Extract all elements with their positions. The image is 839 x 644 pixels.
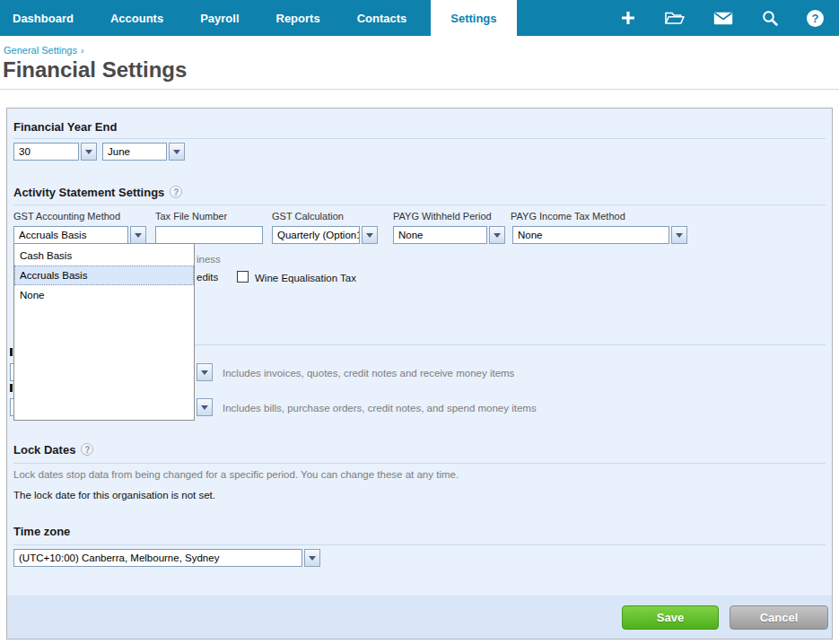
wine-equalisation-tax-label: Wine Equalisation Tax [255, 273, 356, 283]
folder-icon[interactable] [665, 11, 685, 25]
label-gst-calculation: GST Calculation [272, 211, 344, 222]
chevron-down-icon[interactable] [489, 226, 505, 244]
wine-equalisation-tax-checkbox[interactable] [237, 271, 249, 283]
lock-dates-title-text: Lock Dates [13, 443, 75, 457]
gst-accounting-method-value: Accruals Basis [13, 226, 128, 244]
chevron-down-icon[interactable] [362, 226, 378, 244]
help-circle-icon[interactable]: ? [170, 186, 182, 198]
chevron-down-icon[interactable] [130, 226, 146, 244]
payg-withheld-period-value: None [393, 226, 487, 244]
nav-tab-settings[interactable]: Settings [431, 0, 516, 36]
page-title: Financial Settings [3, 57, 187, 83]
mail-icon[interactable] [713, 12, 733, 25]
fye-day-value: 30 [13, 143, 79, 161]
gst-calculation-value: Quarterly (Option1) [272, 226, 360, 244]
purchases-defaults-hint: Includes bills, purchase orders, credit … [223, 403, 537, 413]
payg-income-tax-method-value: None [512, 226, 669, 244]
fye-month-select[interactable]: June [102, 143, 185, 161]
chevron-down-icon[interactable] [671, 226, 687, 244]
chevron-down-icon[interactable] [169, 143, 185, 161]
time-zone-value: (UTC+10:00) Canberra, Melbourne, Sydney [13, 549, 302, 567]
gst-calculation-select[interactable]: Quarterly (Option1) [272, 226, 378, 244]
nav-tab-contacts[interactable]: Contacts [345, 0, 420, 36]
section-divider [13, 544, 826, 545]
save-button[interactable]: Save [622, 605, 719, 630]
payg-withheld-period-select[interactable]: None [393, 226, 505, 244]
help-glyph: ? [807, 10, 824, 27]
gst-accounting-method-dropdown-list: Cash Basis Accruals Basis None [13, 243, 195, 421]
nav-icon-group: ? [620, 0, 839, 36]
activity-title-text: Activity Statement Settings [13, 186, 164, 199]
breadcrumb: General Settings› [4, 45, 84, 56]
nav-tab-payroll[interactable]: Payroll [188, 0, 251, 36]
section-divider [13, 463, 826, 464]
section-title-financial-year-end: Financial Year End [13, 120, 117, 134]
sales-defaults-hint: Includes invoices, quotes, credit notes … [223, 368, 514, 379]
fye-day-select[interactable]: 30 [13, 143, 97, 161]
dropdown-option-accruals-basis[interactable]: Accruals Basis [14, 265, 194, 285]
lock-dates-description: Lock dates stop data from being changed … [13, 469, 459, 480]
help-circle-icon[interactable]: ? [81, 443, 93, 456]
breadcrumb-link-general-settings[interactable]: General Settings [4, 45, 77, 56]
time-zone-select[interactable]: (UTC+10:00) Canberra, Melbourne, Sydney [13, 549, 320, 567]
label-payg-withheld-period: PAYG Withheld Period [393, 211, 492, 222]
section-divider [13, 138, 826, 139]
breadcrumb-separator: › [81, 45, 84, 56]
chevron-down-icon[interactable] [197, 363, 213, 381]
tax-file-number-input[interactable] [155, 226, 263, 244]
chevron-down-icon[interactable] [304, 549, 320, 567]
title-divider [0, 89, 839, 90]
nav-tab-accounts[interactable]: Accounts [98, 0, 176, 36]
section-title-activity-statement: Activity Statement Settings? [13, 186, 182, 199]
chevron-down-icon[interactable] [197, 398, 213, 416]
label-gst-accounting-method: GST Accounting Method [13, 211, 120, 222]
settings-panel: Financial Year End 30 June Activity Stat… [6, 108, 833, 640]
occluded-text-fragment: iness [197, 254, 221, 265]
section-title-lock-dates: Lock Dates? [13, 443, 93, 457]
lock-dates-status: The lock date for this organisation is n… [13, 490, 215, 500]
nav-tab-dashboard[interactable]: Dashboard [0, 0, 86, 36]
occluded-label-sliver [10, 348, 13, 356]
plus-icon[interactable] [620, 10, 636, 26]
label-tax-file-number: Tax File Number [155, 211, 227, 222]
dropdown-option-cash-basis[interactable]: Cash Basis [14, 246, 194, 265]
top-nav: Dashboard Accounts Payroll Reports Conta… [0, 0, 839, 36]
search-icon[interactable] [762, 10, 778, 26]
dropdown-option-none[interactable]: None [14, 285, 194, 305]
label-payg-income-tax-method: PAYG Income Tax Method [511, 211, 625, 222]
occluded-text-fragment: edits [197, 272, 218, 283]
nav-tab-reports[interactable]: Reports [264, 0, 333, 36]
section-title-time-zone: Time zone [13, 525, 70, 538]
cancel-button[interactable]: Cancel [730, 605, 828, 630]
gst-accounting-method-select[interactable]: Accruals Basis [13, 226, 146, 244]
help-icon[interactable]: ? [807, 10, 824, 27]
occluded-label-sliver [10, 384, 13, 392]
chevron-down-icon[interactable] [81, 143, 97, 161]
section-divider [13, 205, 826, 205]
payg-income-tax-method-select[interactable]: None [512, 226, 687, 244]
fye-month-value: June [102, 143, 167, 161]
